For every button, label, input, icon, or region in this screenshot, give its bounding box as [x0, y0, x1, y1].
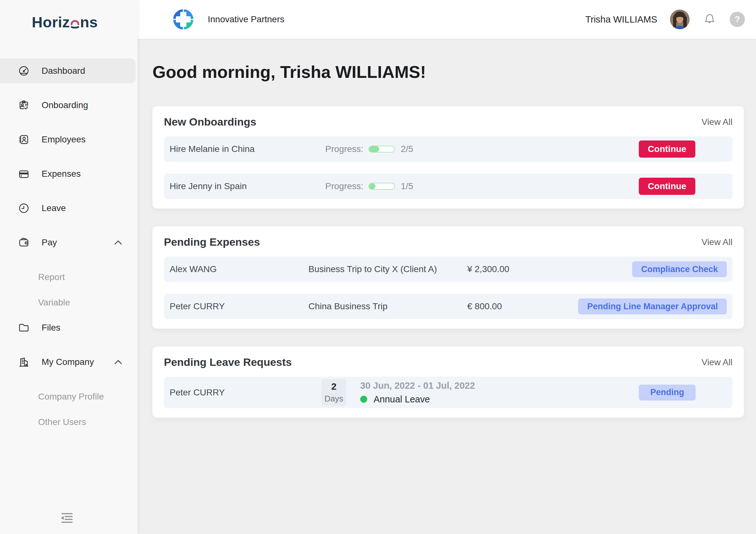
- pending-expenses-card: Pending Expenses View All Alex WANG Busi…: [152, 226, 744, 329]
- progress-bar-fill: [369, 146, 379, 152]
- progress-group: Progress: 1/5: [325, 181, 639, 191]
- expense-employee: Peter CURRY: [170, 301, 309, 312]
- progress-group: Progress: 2/5: [325, 144, 639, 154]
- sidebar-item-files[interactable]: Files: [0, 315, 138, 340]
- progress-fraction: 1/5: [401, 181, 413, 191]
- progress-bar: [368, 146, 395, 153]
- question-mark-icon: ?: [734, 14, 740, 24]
- leave-status-badge[interactable]: Pending: [639, 385, 696, 401]
- sidebar-subitem-other-users[interactable]: Other Users: [0, 409, 138, 435]
- expense-status-badge[interactable]: Pending Line Manager Approval: [578, 298, 727, 314]
- sidebar-subitem-variable[interactable]: Variable: [0, 290, 138, 315]
- continue-button[interactable]: Continue: [639, 140, 695, 158]
- contacts-icon: [17, 133, 30, 146]
- card-header: Pending Leave Requests View All: [164, 347, 733, 377]
- leave-days-count: 2: [331, 381, 337, 392]
- card-header: New Onboardings View All: [164, 106, 733, 136]
- building-icon: [17, 356, 30, 368]
- chevron-up-icon: [114, 240, 122, 245]
- user-avatar[interactable]: [670, 10, 689, 29]
- company-block: Innovative Partners: [171, 7, 284, 32]
- sidebar-item-expenses[interactable]: Expenses: [0, 161, 138, 186]
- company-logo-icon: [171, 7, 196, 32]
- collapse-sidebar-icon: [59, 511, 75, 525]
- collapse-sidebar-button[interactable]: [59, 511, 75, 525]
- help-button[interactable]: ?: [730, 12, 745, 27]
- sidebar-nav: Dashboard Onboarding: [0, 59, 138, 435]
- sidebar-item-label: Employees: [41, 134, 86, 145]
- leave-type: Annual Leave: [360, 394, 639, 405]
- sidebar-item-label: Dashboard: [41, 66, 85, 76]
- card-title: New Onboardings: [164, 116, 256, 128]
- new-onboardings-card: New Onboardings View All Hire Melanie in…: [152, 106, 744, 209]
- card-header: Pending Expenses View All: [164, 226, 733, 257]
- folder-icon: [17, 321, 30, 334]
- greeting-heading: Good morning, Trisha WILLIAMS!: [152, 62, 744, 82]
- card-title: Pending Expenses: [164, 236, 260, 248]
- sidebar-item-leave[interactable]: Leave: [0, 196, 138, 221]
- user-name: Trisha WILLIAMS: [585, 14, 657, 25]
- continue-button[interactable]: Continue: [639, 178, 695, 195]
- credit-card-icon: [17, 167, 30, 180]
- sidebar-subitem-report[interactable]: Report: [0, 265, 138, 290]
- expense-status-badge[interactable]: Compliance Check: [632, 261, 727, 277]
- sidebar-item-label: Expenses: [41, 169, 81, 179]
- notifications-bell-icon[interactable]: [702, 12, 717, 27]
- expense-employee: Alex WANG: [170, 264, 309, 274]
- onboarding-name: Hire Melanie in China: [170, 144, 325, 154]
- sidebar-subitem-company-profile[interactable]: Company Profile: [0, 384, 138, 409]
- leave-employee: Peter CURRY: [170, 387, 321, 398]
- view-all-link[interactable]: View All: [701, 117, 733, 127]
- onboarding-row: Hire Jenny in Spain Progress: 1/5 Contin…: [164, 174, 733, 199]
- leave-request-row: Peter CURRY 2 Days 30 Jun, 2022 - 01 Jul…: [164, 377, 733, 408]
- top-bar: Innovative Partners Trisha WILLIAMS: [138, 0, 756, 39]
- sidebar-item-label: My Company: [41, 357, 94, 367]
- expense-row: Peter CURRY China Business Trip € 800.00…: [164, 294, 733, 319]
- progress-label: Progress:: [325, 144, 364, 154]
- main-panel: Good morning, Trisha WILLIAMS! New Onboa…: [138, 39, 756, 534]
- id-badge-icon: [17, 99, 30, 112]
- sidebar-item-label: Onboarding: [41, 100, 88, 110]
- onboarding-name: Hire Jenny in Spain: [170, 181, 325, 191]
- progress-bar-fill: [369, 183, 375, 189]
- logo-text-pre: Horiz: [32, 14, 70, 31]
- sidebar-item-label: Pay: [41, 238, 57, 248]
- app: Horiz ns Dashboard: [0, 0, 756, 534]
- sidebar-item-onboarding[interactable]: Onboarding: [0, 93, 138, 118]
- view-all-link[interactable]: View All: [701, 237, 733, 247]
- progress-label: Progress:: [325, 181, 364, 191]
- sidebar-item-pay[interactable]: Pay: [0, 230, 138, 255]
- leave-type-dot-icon: [360, 396, 367, 403]
- sidebar-item-label: Files: [41, 323, 60, 333]
- progress-fraction: 2/5: [401, 144, 413, 154]
- leave-date-range: 30 Jun, 2022 - 01 Jul, 2022: [360, 380, 639, 391]
- onboarding-row: Hire Melanie in China Progress: 2/5 Cont…: [164, 136, 733, 162]
- expense-amount: € 800.00: [467, 301, 578, 312]
- expense-description: China Business Trip: [309, 301, 467, 312]
- company-name: Innovative Partners: [208, 14, 284, 24]
- leave-details: 30 Jun, 2022 - 01 Jul, 2022 Annual Leave: [360, 380, 639, 405]
- expense-description: Business Trip to City X (Client A): [309, 264, 467, 274]
- sidebar: Horiz ns Dashboard: [0, 0, 138, 534]
- sidebar-item-label: Leave: [41, 203, 66, 213]
- card-title: Pending Leave Requests: [164, 356, 292, 368]
- wallet-icon: [17, 236, 30, 249]
- expense-row: Alex WANG Business Trip to City X (Clien…: [164, 257, 733, 282]
- expense-amount: ¥ 2,300.00: [467, 264, 632, 274]
- sidebar-item-dashboard[interactable]: Dashboard: [0, 59, 136, 83]
- progress-bar: [368, 183, 395, 190]
- chevron-up-icon: [114, 359, 122, 365]
- sidebar-item-my-company[interactable]: My Company: [0, 350, 138, 375]
- content-area: Innovative Partners Trisha WILLIAMS: [138, 0, 756, 534]
- pending-leave-card: Pending Leave Requests View All Peter CU…: [152, 347, 744, 418]
- clock-icon: [17, 202, 30, 214]
- leave-type-label: Annual Leave: [373, 394, 430, 405]
- topbar-right: Trisha WILLIAMS: [585, 10, 745, 29]
- leave-days-box: 2 Days: [321, 379, 346, 406]
- sidebar-item-employees[interactable]: Employees: [0, 127, 138, 152]
- logo-o-icon: [70, 17, 80, 29]
- speedometer-icon: [17, 65, 30, 77]
- view-all-link[interactable]: View All: [701, 357, 733, 367]
- logo-text-post: ns: [80, 14, 98, 31]
- leave-days-label: Days: [324, 394, 343, 404]
